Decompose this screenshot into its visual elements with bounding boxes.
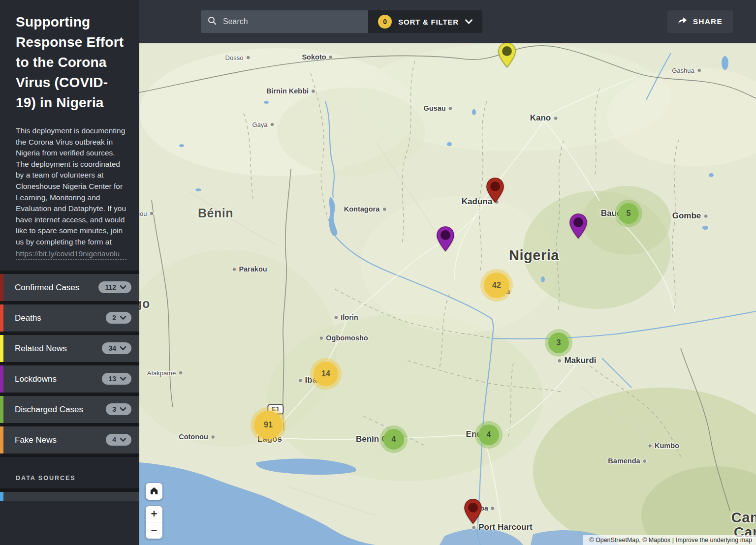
map-label-parakou: Parakou (232, 265, 267, 273)
category-label: Confirmed Cases (15, 282, 79, 293)
map-label-dosso: Dosso (225, 54, 251, 61)
place-dot (329, 55, 333, 60)
sort-filter-button[interactable]: 0 SORT & FILTER (368, 10, 482, 33)
category-count-badge[interactable]: 13 (102, 373, 131, 385)
category-count: 2 (112, 314, 116, 322)
category-color-bar (0, 365, 3, 393)
category-count-badge[interactable]: 34 (102, 342, 131, 354)
home-icon (150, 486, 158, 496)
map-label-cam: Cam (731, 510, 756, 526)
place-dot (270, 122, 275, 127)
zoom-in-button[interactable]: + (146, 506, 162, 522)
category-count: 13 (108, 375, 116, 383)
sidebar: Supporting Response Effort to the Corona… (0, 0, 139, 545)
report-cluster-91[interactable]: 91 (254, 411, 283, 439)
place-dot (643, 459, 647, 463)
map-attribution: © OpenStreetMap, © Mapbox | Improve the … (583, 535, 756, 545)
report-pin-purple[interactable] (436, 226, 455, 252)
report-pin-red[interactable] (486, 177, 504, 203)
category-count: 34 (108, 344, 116, 352)
map-label-b-nin: Bénin (198, 206, 233, 220)
place-dot (178, 371, 183, 375)
map-label-kumbo: Kumbo (648, 442, 679, 450)
share-icon (678, 17, 687, 27)
report-cluster-3[interactable]: 3 (548, 333, 569, 353)
category-item-discharged-cases[interactable]: Discharged Cases3 (0, 396, 139, 423)
map-label-birnin-kebbi: Birnin Kebbi (266, 87, 315, 95)
category-item-confirmed-cases[interactable]: Confirmed Cases112 (0, 274, 139, 301)
share-label: SHARE (693, 17, 723, 26)
report-pin-red[interactable] (464, 498, 482, 524)
place-dot (448, 106, 453, 111)
category-count-badge[interactable]: 4 (106, 434, 131, 446)
place-dot (697, 68, 701, 73)
category-item-partial[interactable] (0, 492, 139, 501)
place-dot (298, 378, 303, 383)
category-label: Deaths (15, 312, 41, 324)
map-label-atakpam: Atakpamé (147, 369, 183, 377)
place-dot (382, 207, 386, 212)
place-dot (246, 56, 250, 60)
chevron-down-icon (120, 377, 126, 381)
map-label-kontagora: Kontagora (344, 205, 387, 213)
category-color-bar (0, 396, 3, 423)
filter-count-badge: 0 (378, 15, 392, 29)
report-pin-purple[interactable] (569, 213, 588, 239)
improve-map-link[interactable]: Improve the underlying map (676, 537, 752, 544)
map-canvas[interactable]: DossoSokotoGashuaBirnin KebbiGusauKanoGa… (139, 43, 756, 545)
place-dot (334, 315, 338, 320)
map-label-ogbomosho: Ogbomosho (319, 334, 368, 342)
map-label-bamenda: Bamenda (608, 457, 647, 465)
report-pin-yellow[interactable] (498, 43, 516, 68)
home-button[interactable] (146, 483, 162, 500)
category-label: Fake News (15, 434, 57, 446)
category-list: Confirmed Cases112Deaths2Related News34L… (0, 274, 139, 454)
report-cluster-5[interactable]: 5 (618, 203, 639, 224)
chevron-down-icon (120, 438, 126, 442)
category-count-badge[interactable]: 3 (106, 403, 131, 415)
category-item-fake-news[interactable]: Fake News4 (0, 426, 139, 454)
report-cluster-4[interactable]: 4 (478, 424, 499, 445)
chevron-down-icon (120, 316, 126, 320)
place-dot (149, 212, 154, 216)
data-sources-heading: DATA SOURCES (16, 475, 76, 482)
place-dot (472, 525, 476, 530)
place-dot (319, 336, 323, 340)
category-item-lockdowns[interactable]: Lockdowns13 (0, 365, 139, 393)
search-and-filter: 0 SORT & FILTER (201, 10, 482, 33)
map-label-cotonou: Cotonou (179, 433, 215, 441)
category-color-bar (0, 492, 3, 501)
category-color-bar (0, 304, 3, 332)
map-label-go: go (139, 297, 150, 311)
chevron-down-icon (120, 285, 126, 289)
report-cluster-14[interactable]: 14 (314, 362, 338, 386)
category-label: Related News (15, 343, 67, 354)
search-box[interactable] (201, 10, 368, 33)
deployment-description: This deployment is documenting the Coron… (16, 125, 126, 248)
report-cluster-42[interactable]: 42 (484, 272, 509, 298)
share-button[interactable]: SHARE (667, 10, 733, 33)
category-count-badge[interactable]: 2 (106, 312, 131, 324)
report-cluster-4[interactable]: 4 (383, 429, 404, 450)
category-label: Discharged Cases (15, 404, 83, 415)
category-area: Confirmed Cases112Deaths2Related News34L… (0, 271, 139, 501)
map-label-gashua: Gashua (672, 67, 701, 74)
chevron-down-icon (120, 346, 126, 350)
place-dot (557, 359, 562, 363)
place-dot (491, 506, 495, 511)
deployment-intro: Supporting Response Effort to the Corona… (0, 0, 139, 271)
zoom-out-button[interactable]: − (146, 522, 162, 539)
category-count: 3 (112, 405, 116, 413)
category-item-related-news[interactable]: Related News34 (0, 335, 139, 362)
category-count: 4 (112, 436, 116, 444)
map-label-makurdi: Makurdi (557, 356, 596, 365)
map-label-sokoto: Sokoto (302, 53, 333, 61)
chevron-down-icon (120, 407, 126, 411)
category-item-deaths[interactable]: Deaths2 (0, 304, 139, 332)
category-count-badge[interactable]: 112 (98, 281, 131, 293)
volunteer-form-link[interactable]: https://bit.ly/covid19nigeriavolu (16, 248, 126, 260)
place-dot (232, 267, 236, 272)
place-dot (703, 214, 708, 218)
place-dot (553, 116, 558, 121)
search-input[interactable] (222, 17, 361, 27)
